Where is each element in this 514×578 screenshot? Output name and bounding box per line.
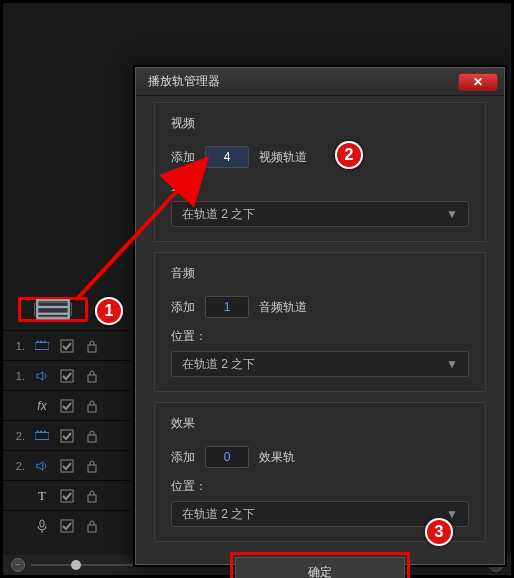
svg-rect-6	[44, 340, 46, 342]
video-count-input[interactable]	[205, 146, 249, 168]
track-row[interactable]	[3, 510, 131, 540]
svg-rect-16	[44, 430, 46, 432]
lock-icon[interactable]	[84, 339, 100, 353]
svg-rect-18	[88, 435, 96, 442]
close-button[interactable]: ✕	[458, 73, 498, 91]
track-number: 1.	[13, 370, 25, 382]
svg-rect-3	[35, 342, 49, 349]
track-manager-dialog: 播放轨管理器 ✕ 视频 添加 视频轨道 置： 在轨道 2 之下 ▼ 音频 添加	[135, 67, 505, 565]
svg-rect-20	[88, 465, 96, 472]
svg-rect-10	[88, 375, 96, 382]
zoom-out-button[interactable]: −	[11, 558, 25, 572]
dropdown-value: 在轨道 2 之下	[182, 356, 255, 373]
svg-rect-17	[61, 430, 73, 442]
track-manager-button[interactable]	[34, 302, 72, 317]
svg-rect-21	[61, 490, 73, 502]
section-title: 视频	[171, 115, 469, 132]
title-track-icon: T	[34, 489, 50, 503]
dialog-title: 播放轨管理器	[148, 73, 220, 90]
track-row[interactable]: 2.	[3, 420, 131, 450]
track-type-label: 音频轨道	[259, 299, 307, 316]
chevron-down-icon: ▼	[446, 207, 458, 221]
add-label: 添加	[171, 449, 195, 466]
dropdown-value: 在轨道 2 之下	[182, 206, 255, 223]
svg-rect-19	[61, 460, 73, 472]
svg-rect-15	[40, 430, 42, 432]
dropdown-value: 在轨道 2 之下	[182, 506, 255, 523]
close-icon: ✕	[473, 75, 483, 89]
track-row[interactable]: fx	[3, 390, 131, 420]
checkbox-icon[interactable]	[59, 339, 75, 353]
track-number: 1.	[13, 340, 25, 352]
svg-rect-22	[88, 495, 96, 502]
audio-section: 音频 添加 音频轨道 位置： 在轨道 2 之下 ▼	[154, 252, 486, 392]
svg-rect-7	[61, 340, 73, 352]
video-track-icon	[34, 339, 50, 353]
chevron-down-icon: ▼	[446, 507, 458, 521]
audio-count-input[interactable]	[205, 296, 249, 318]
effect-position-dropdown[interactable]: 在轨道 2 之下 ▼	[171, 501, 469, 527]
checkbox-icon[interactable]	[59, 519, 75, 533]
svg-rect-5	[40, 340, 42, 342]
ok-label: 确定	[308, 564, 332, 579]
track-row[interactable]: T	[3, 480, 131, 510]
dialog-titlebar[interactable]: 播放轨管理器 ✕	[136, 68, 504, 96]
checkbox-icon[interactable]	[59, 369, 75, 383]
section-title: 效果	[171, 415, 469, 432]
track-row[interactable]: 2.	[3, 450, 131, 480]
svg-rect-13	[35, 432, 49, 439]
add-label: 添加	[171, 149, 195, 166]
lock-icon[interactable]	[84, 399, 100, 413]
track-type-label: 视频轨道	[259, 149, 307, 166]
audio-track-icon	[34, 459, 50, 473]
svg-rect-24	[61, 520, 73, 532]
position-label: 置：	[171, 178, 469, 195]
position-label: 位置：	[171, 478, 469, 495]
add-label: 添加	[171, 299, 195, 316]
track-row[interactable]: 1.	[3, 330, 131, 360]
video-section: 视频 添加 视频轨道 置： 在轨道 2 之下 ▼	[154, 102, 486, 242]
lock-icon[interactable]	[84, 519, 100, 533]
svg-rect-12	[88, 405, 96, 412]
track-number: 2.	[13, 430, 25, 442]
track-number: 2.	[13, 460, 25, 472]
ok-button[interactable]: 确定	[235, 557, 405, 578]
video-position-dropdown[interactable]: 在轨道 2 之下 ▼	[171, 201, 469, 227]
svg-rect-14	[37, 430, 39, 432]
checkbox-icon[interactable]	[59, 429, 75, 443]
lock-icon[interactable]	[84, 489, 100, 503]
svg-rect-8	[88, 345, 96, 352]
effect-count-input[interactable]	[205, 446, 249, 468]
lock-icon[interactable]	[84, 459, 100, 473]
ok-button-highlight: 确定	[230, 552, 410, 578]
track-row[interactable]: 1.	[3, 360, 131, 390]
section-title: 音频	[171, 265, 469, 282]
fx-track-icon: fx	[34, 399, 50, 413]
lock-icon[interactable]	[84, 369, 100, 383]
lock-icon[interactable]	[84, 429, 100, 443]
audio-track-icon	[34, 369, 50, 383]
video-track-icon	[34, 429, 50, 443]
chevron-down-icon: ▼	[446, 357, 458, 371]
svg-rect-11	[61, 400, 73, 412]
svg-rect-0	[37, 301, 69, 319]
callout-badge-3: 3	[425, 518, 453, 546]
svg-rect-23	[40, 520, 44, 527]
callout-badge-2: 2	[335, 141, 363, 169]
callout-badge-1: 1	[95, 297, 123, 325]
checkbox-icon[interactable]	[59, 489, 75, 503]
track-type-label: 效果轨	[259, 449, 295, 466]
position-label: 位置：	[171, 328, 469, 345]
svg-rect-4	[37, 340, 39, 342]
track-list: 1. 1. fx 2. 2. T	[3, 330, 131, 540]
voice-track-icon	[34, 519, 50, 533]
svg-rect-25	[88, 525, 96, 532]
checkbox-icon[interactable]	[59, 399, 75, 413]
checkbox-icon[interactable]	[59, 459, 75, 473]
track-manager-button-highlight	[18, 297, 88, 322]
svg-rect-9	[61, 370, 73, 382]
audio-position-dropdown[interactable]: 在轨道 2 之下 ▼	[171, 351, 469, 377]
